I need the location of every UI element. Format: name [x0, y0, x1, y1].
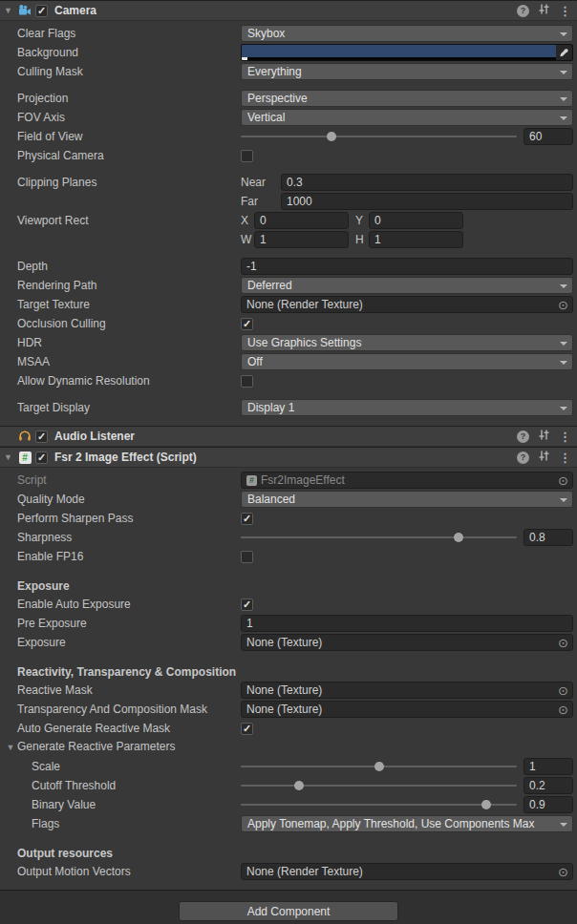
eyedropper-icon[interactable] [556, 45, 572, 60]
object-picker-icon[interactable]: ⊙ [556, 683, 570, 698]
kebab-menu-icon[interactable]: ⋮ [559, 5, 571, 17]
help-icon[interactable]: ? [517, 5, 529, 17]
transparency-mask-object-field[interactable]: None (Texture)⊙ [241, 701, 573, 718]
background-color-field[interactable] [241, 44, 573, 61]
hdr-dropdown[interactable]: Use Graphics Settings [241, 334, 573, 351]
fov-axis-label: FOV Axis [0, 111, 241, 124]
camera-enabled-checkbox[interactable] [35, 5, 48, 17]
enable-fp16-checkbox[interactable] [241, 551, 253, 563]
script-row: Script #Fsr2ImageEffect⊙ [0, 471, 577, 490]
y-field[interactable]: 0 [369, 212, 463, 229]
object-picker-icon[interactable]: ⊙ [556, 636, 570, 650]
object-picker-icon[interactable]: ⊙ [556, 865, 570, 879]
fov-axis-row: FOV Axis Vertical [0, 108, 577, 127]
msaa-dropdown[interactable]: Off [241, 353, 573, 370]
target-display-dropdown[interactable]: Display 1 [241, 399, 573, 416]
reactive-mask-object-field[interactable]: None (Texture)⊙ [241, 682, 573, 699]
perform-sharpen-pass-label: Perform Sharpen Pass [0, 512, 241, 525]
field-of-view-value[interactable]: 60 [524, 128, 573, 145]
w-field[interactable]: 1 [254, 231, 349, 248]
object-picker-icon[interactable]: ⊙ [556, 473, 570, 488]
binary-value-value[interactable]: 0.9 [524, 796, 573, 813]
chevron-down-icon [560, 361, 567, 365]
allow-dynamic-resolution-checkbox[interactable] [241, 375, 253, 388]
target-display-row: Target Display Display 1 [0, 398, 577, 417]
h-label: H [355, 233, 367, 246]
foldout-arrow-icon[interactable]: ▼ [4, 737, 17, 758]
output-motion-vectors-row: Output Motion Vectors None (Render Textu… [0, 862, 577, 881]
reactivity-section-heading: Reactivity, Transparency & Composition [0, 663, 577, 681]
cutoff-threshold-slider[interactable] [241, 777, 517, 794]
clipping-planes-near-row: Clipping Planes Near 0.3 [0, 173, 577, 192]
help-icon[interactable]: ? [517, 430, 529, 443]
chevron-down-icon [560, 823, 567, 827]
fsr2-component-header[interactable]: ▼ # Fsr 2 Image Effect (Script) ? ⋮ [0, 447, 577, 468]
viewport-rect-label: Viewport Rect [0, 214, 241, 227]
near-field[interactable]: 0.3 [281, 174, 573, 191]
exposure-object-field[interactable]: None (Texture)⊙ [241, 634, 573, 651]
h-field[interactable]: 1 [369, 231, 463, 248]
clipping-planes-label: Clipping Planes [0, 176, 241, 189]
flags-dropdown[interactable]: Apply Tonemap, Apply Threshold, Use Comp… [241, 815, 573, 832]
sharpness-slider[interactable] [241, 529, 517, 546]
clear-flags-dropdown[interactable]: Skybox [241, 25, 573, 42]
target-texture-object-field[interactable]: None (Render Texture)⊙ [241, 296, 573, 313]
far-field[interactable]: 1000 [281, 193, 573, 210]
cutoff-threshold-value[interactable]: 0.2 [524, 777, 573, 794]
physical-camera-checkbox[interactable] [241, 150, 253, 162]
object-picker-icon[interactable]: ⊙ [556, 703, 570, 717]
msaa-label: MSAA [0, 355, 241, 368]
fsr2-component-body: Script #Fsr2ImageEffect⊙ Quality Mode Ba… [0, 468, 577, 890]
inspector-footer: Add Component [0, 890, 577, 924]
scale-slider[interactable] [241, 758, 517, 775]
generate-reactive-parameters-row: ▼Generate Reactive Parameters [0, 738, 577, 757]
exposure-section-heading: Exposure [0, 578, 577, 595]
audio-listener-component-header[interactable]: ▼ Audio Listener ? ⋮ [0, 426, 577, 447]
auto-generate-reactive-mask-label: Auto Generate Reactive Mask [0, 722, 241, 735]
presets-icon[interactable] [538, 450, 550, 465]
rendering-path-row: Rendering Path Deferred [0, 276, 577, 295]
exposure-label: Exposure [0, 636, 241, 649]
fov-axis-dropdown[interactable]: Vertical [241, 109, 573, 126]
audio-listener-component-title: Audio Listener [54, 430, 135, 443]
object-picker-icon[interactable]: ⊙ [556, 298, 570, 312]
x-field[interactable]: 0 [254, 212, 349, 229]
sharpness-value[interactable]: 0.8 [524, 529, 573, 546]
add-component-button[interactable]: Add Component [179, 901, 398, 921]
depth-label: Depth [0, 260, 241, 273]
binary-value-label: Binary Value [0, 798, 241, 811]
help-icon[interactable]: ? [517, 452, 529, 464]
depth-field[interactable]: -1 [241, 258, 573, 275]
far-label: Far [241, 195, 275, 208]
foldout-arrow-icon[interactable]: ▼ [2, 447, 14, 468]
fsr2-enabled-checkbox[interactable] [35, 452, 48, 464]
perform-sharpen-pass-checkbox[interactable] [241, 513, 253, 525]
occlusion-culling-label: Occlusion Culling [0, 317, 241, 330]
foldout-arrow-icon[interactable]: ▼ [2, 0, 14, 21]
audio-listener-enabled-checkbox[interactable] [35, 430, 48, 443]
output-motion-vectors-object-field[interactable]: None (Render Texture)⊙ [241, 863, 573, 880]
field-of-view-slider[interactable] [241, 128, 517, 145]
background-label: Background [0, 46, 241, 59]
pre-exposure-field[interactable]: 1 [241, 615, 573, 632]
chevron-down-icon [560, 32, 567, 36]
y-label: Y [355, 214, 367, 227]
transparency-mask-label: Transparency And Composition Mask [0, 703, 241, 716]
allow-dynamic-resolution-row: Allow Dynamic Resolution [0, 371, 577, 390]
binary-value-slider[interactable] [241, 796, 517, 813]
w-label: W [241, 233, 252, 246]
kebab-menu-icon[interactable]: ⋮ [559, 452, 571, 464]
camera-component-header[interactable]: ▼ Camera ? ⋮ [0, 0, 577, 21]
kebab-menu-icon[interactable]: ⋮ [559, 430, 571, 443]
quality-mode-dropdown[interactable]: Balanced [241, 491, 573, 508]
occlusion-culling-checkbox[interactable] [241, 318, 253, 330]
enable-auto-exposure-checkbox[interactable] [241, 598, 253, 611]
presets-icon[interactable] [538, 3, 550, 18]
presets-icon[interactable] [538, 429, 550, 444]
projection-dropdown[interactable]: Perspective [241, 90, 573, 107]
scale-value[interactable]: 1 [524, 758, 573, 775]
culling-mask-dropdown[interactable]: Everything [241, 63, 573, 80]
auto-generate-reactive-mask-checkbox[interactable] [241, 723, 253, 735]
projection-row: Projection Perspective [0, 89, 577, 108]
rendering-path-dropdown[interactable]: Deferred [241, 277, 573, 294]
